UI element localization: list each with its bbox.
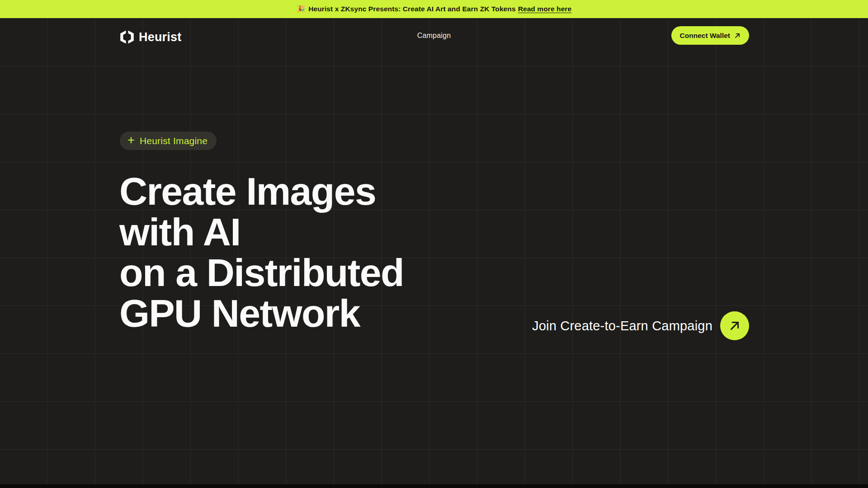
arrow-up-right-icon [734,33,741,39]
connect-wallet-label: Connect Wallet [680,32,730,40]
hero-section: Heurist Campaign Connect Wallet + Heuris… [0,18,868,488]
hero-heading-line: GPU Network [119,293,404,333]
cta-label: Join Create-to-Earn Campaign [532,319,712,333]
hero-heading-line: with AI [119,211,404,252]
read-more-link[interactable]: Read more here [518,5,572,13]
next-section-edge [0,484,868,488]
hero-heading-line: Create Images [119,171,404,211]
plus-icon: + [127,134,135,146]
announcement-text: Heurist x ZKsync Presents: Create AI Art… [308,5,515,13]
party-popper-icon: 🎉 [297,5,305,13]
arrow-up-right-icon [728,319,741,332]
cta-arrow-circle-button[interactable] [720,311,749,340]
connect-wallet-button[interactable]: Connect Wallet [671,26,749,45]
announcement-banner: 🎉 Heurist x ZKsync Presents: Create AI A… [0,0,868,18]
badge-label: Heurist Imagine [140,136,208,146]
heurist-imagine-badge: + Heurist Imagine [120,131,217,150]
hero-heading: Create Images with AI on a Distributed G… [119,171,404,333]
hero-heading-line: on a Distributed [119,252,404,293]
join-campaign-cta[interactable]: Join Create-to-Earn Campaign [532,311,749,340]
nav-item-campaign[interactable]: Campaign [417,32,451,39]
